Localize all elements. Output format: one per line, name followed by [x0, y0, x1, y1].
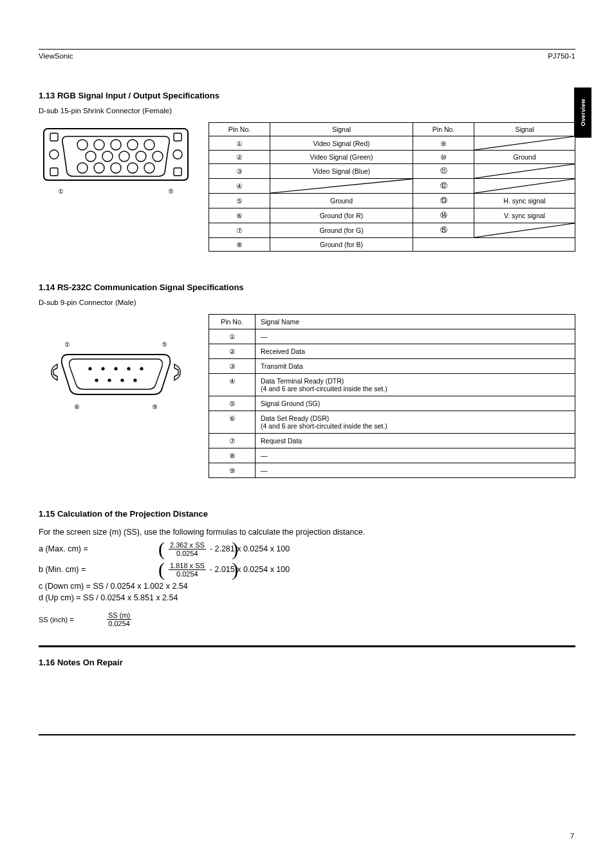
table-cell: ⑧: [209, 448, 256, 463]
serial-table: Pin No. Signal Name ①—②Received Data③Tra…: [209, 314, 575, 478]
table-row: ④⑫: [209, 179, 575, 194]
svg-point-35: [107, 378, 111, 382]
svg-point-16: [153, 151, 163, 162]
eq-c: c (Down cm) = SS / 0.0254 x 1.002 x 2.54: [39, 582, 575, 591]
table-row: ⑨—: [209, 463, 575, 478]
section2-sub: D-sub 9-pin Connector (Male): [39, 299, 575, 306]
table-cell: ⑩: [413, 151, 474, 164]
svg-marker-27: [51, 364, 57, 380]
pin-table: Pin No. Signal Pin No. Signal ①Video Sig…: [209, 122, 575, 252]
table-cell: ③: [209, 359, 256, 374]
section3-title: 1.15 Calculation of the Projection Dista…: [39, 509, 575, 519]
svg-point-10: [127, 140, 138, 150]
paren-right-icon: ): [232, 539, 238, 559]
table-cell: Signal Ground (SG): [256, 396, 575, 411]
table-cell: ⑪: [413, 164, 474, 179]
table-row: ③Video Signal (Blue)⑪: [209, 164, 575, 179]
rule-above-notes: [39, 645, 575, 647]
svg-point-36: [120, 378, 124, 382]
svg-line-23: [474, 164, 575, 178]
table-cell: [474, 136, 575, 151]
table-cell: [270, 179, 413, 194]
table-cell: Ground: [474, 151, 575, 164]
svg-point-9: [111, 140, 121, 150]
table-cell: ④: [209, 374, 256, 396]
svg-point-33: [140, 367, 143, 370]
rule-below-notes: [39, 734, 575, 735]
table-cell: ⑬: [413, 194, 474, 208]
table-cell: ⑥: [209, 208, 270, 223]
table-row: ⑦Ground (for G)⑮: [209, 223, 575, 238]
header-labels: ViewSonic PJ750-1: [39, 52, 575, 60]
table-row: ①Video Signal (Red)⑨: [209, 136, 575, 151]
table-cell: ②: [209, 151, 270, 164]
page: ViewSonic PJ750-1 Overview 1.13 RGB Sign…: [0, 0, 614, 735]
table-row: ④Data Terminal Ready (DTR) (4 and 6 are …: [209, 374, 575, 396]
svg-point-34: [95, 378, 98, 382]
table-cell: ⑦: [209, 223, 270, 238]
table-cell: ⑭: [413, 208, 474, 223]
vga-connector-figure: ① ⑤: [39, 122, 193, 195]
svg-rect-2: [174, 133, 181, 141]
table-cell: ⑧: [209, 238, 270, 252]
svg-point-15: [136, 151, 146, 162]
section2-row: ① ⑤ ⑥ ⑨: [39, 314, 575, 478]
table-cell: Video Signal (Red): [270, 136, 413, 151]
notes-title: 1.16 Notes On Repair: [39, 658, 575, 667]
paren-left-icon: (: [158, 539, 165, 559]
svg-line-22: [474, 136, 575, 150]
table-cell: ⑥: [209, 411, 256, 434]
eq-b: b (Min. cm) = ( 1.818 x SS 0.0254 - 2.01…: [39, 560, 575, 579]
table-row: ③Transmit Data: [209, 359, 575, 374]
svg-line-26: [474, 223, 575, 237]
table-cell: Data Terminal Ready (DTR) (4 and 6 are s…: [256, 374, 575, 396]
table-row: ⑦Request Data: [209, 434, 575, 448]
svg-point-29: [88, 367, 91, 370]
top-rule: [39, 49, 575, 50]
table-cell: ⑨: [209, 463, 256, 478]
header-right: PJ750-1: [548, 52, 575, 60]
table-cell: [474, 164, 575, 179]
inch-conversion: SS (inch) = SS (m) 0.0254: [39, 611, 575, 627]
page-number: 7: [570, 832, 574, 840]
svg-point-31: [114, 367, 117, 370]
section1-row: ① ⑤ Pin No. Signal Pin No. Signal ①Video…: [39, 122, 575, 252]
table-cell: Received Data: [256, 344, 575, 359]
svg-rect-1: [50, 133, 58, 141]
svg-point-18: [94, 163, 104, 173]
table-cell: ⑦: [209, 434, 256, 448]
svg-point-32: [127, 367, 130, 370]
table-cell: Data Set Ready (DSR) (4 and 6 are short-…: [256, 411, 575, 434]
table-cell: [474, 223, 575, 238]
table-cell: ④: [209, 179, 270, 194]
paren-right-icon: ): [232, 560, 238, 579]
table-cell: Video Signal (Blue): [270, 164, 413, 179]
table-header-row: Pin No. Signal Name: [209, 315, 575, 329]
table-cell: Ground (for B): [270, 238, 413, 252]
table-cell: ⑤: [209, 194, 270, 208]
svg-point-21: [144, 163, 154, 173]
svg-point-8: [94, 140, 104, 150]
svg-point-20: [127, 163, 138, 173]
table-cell: [474, 179, 575, 194]
table-row: ①—: [209, 329, 575, 344]
svg-line-25: [474, 179, 575, 193]
fig2-right: ⑤: [162, 341, 167, 348]
table-cell: ⑫: [413, 179, 474, 194]
svg-rect-3: [50, 168, 58, 176]
table-cell: [413, 238, 575, 252]
svg-point-7: [77, 140, 88, 150]
section1-title: 1.13 RGB Signal Input / Output Specifica…: [39, 91, 575, 100]
table-cell: ⑮: [413, 223, 474, 238]
table-row: ⑧—: [209, 448, 575, 463]
table-cell: —: [256, 463, 575, 478]
svg-point-5: [50, 150, 59, 159]
svg-point-17: [77, 163, 88, 173]
table-cell: Ground: [270, 194, 413, 208]
db9-connector-figure: ① ⑤ ⑥ ⑨: [39, 340, 193, 411]
svg-point-14: [119, 151, 129, 162]
eq-a: a (Max. cm) = ( 2.362 x SS 0.0254 - 2.28…: [39, 539, 575, 559]
table-row: ②Received Data: [209, 344, 575, 359]
table-cell: ⑤: [209, 396, 256, 411]
table-cell: H. sync signal: [474, 194, 575, 208]
